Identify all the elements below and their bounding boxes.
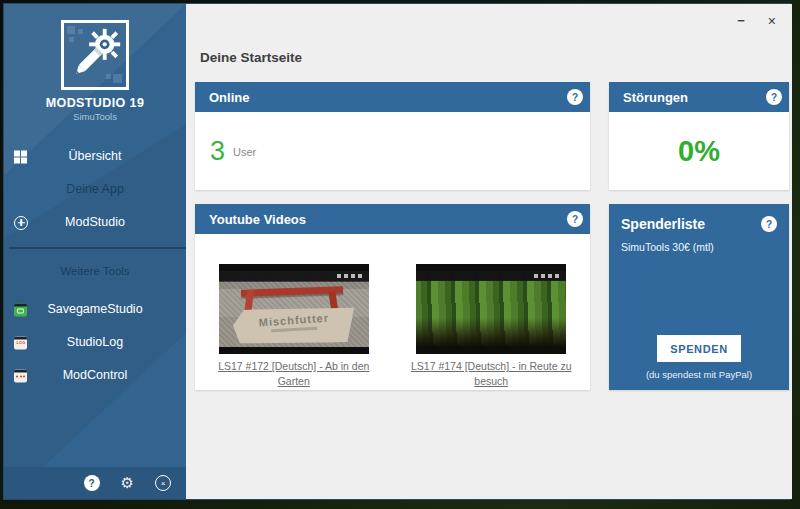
sidebar-item-label: StudioLog <box>4 326 186 359</box>
video-item: LS17 #174 [Deutsch] - in Reute zu besuch <box>393 264 591 390</box>
sidebar-item-label: Übersicht <box>4 140 186 173</box>
help-icon[interactable]: ? <box>766 89 782 105</box>
video-link[interactable]: LS17 #172 [Deutsch] - Ab in den Garten <box>208 359 380 388</box>
mod-control-icon <box>14 369 27 382</box>
online-user-count: 3 <box>210 138 225 165</box>
card-title: Online <box>209 90 249 105</box>
page-title: Deine Startseite <box>200 50 792 65</box>
help-icon[interactable]: ? <box>761 216 777 232</box>
sidebar-item-label: SavegameStudio <box>4 293 186 326</box>
close-circle-icon[interactable]: × <box>155 475 171 491</box>
video-link[interactable]: LS17 #174 [Deutsch] - in Reute zu besuch <box>405 359 577 388</box>
donor-entry: SimuTools 30€ (mtl) <box>621 241 777 253</box>
video-item: Mischfutter LS17 #172 [Deutsch] - Ab in … <box>195 264 393 390</box>
sidebar-item-label: ModControl <box>4 359 186 392</box>
thumbnail-image: Mischfutter <box>219 271 369 347</box>
paypal-note: (du spendest mit PayPal) <box>621 369 777 380</box>
stoerungen-card: Störungen ? 0% <box>609 82 789 190</box>
sidebar-nav: Übersicht Deine App ModStudio Weitere To… <box>4 140 186 392</box>
sign-subtext-decoration <box>271 327 317 332</box>
gear-pencil-logo-icon <box>61 20 129 90</box>
online-card-body: 3 User <box>195 112 590 190</box>
sidebar-item-label: Deine App <box>4 173 186 206</box>
sidebar-item-uebersicht[interactable]: Übersicht <box>4 140 186 173</box>
savegame-studio-icon <box>14 303 27 316</box>
app-logo: MODSTUDIO 19 SimuTools <box>4 4 186 122</box>
sidebar-item-modcontrol[interactable]: ModControl <box>4 359 186 392</box>
thumbnail-hud-bar <box>219 271 369 281</box>
card-title: Störungen <box>623 90 688 105</box>
youtube-card-body: Mischfutter LS17 #172 [Deutsch] - Ab in … <box>195 234 590 390</box>
sidebar-footer-bar: ? ⚙ × <box>4 467 186 499</box>
help-icon[interactable]: ? <box>84 475 100 491</box>
card-title: Spenderliste <box>621 216 705 232</box>
cards-row-top: Online ? 3 User Störungen ? <box>195 82 789 190</box>
cards-row-bottom: Youtube Videos ? <box>195 204 789 390</box>
logo-subtitle: SimuTools <box>73 111 117 122</box>
logo-title: MODSTUDIO 19 <box>46 96 145 110</box>
youtube-card-header: Youtube Videos ? <box>195 204 590 234</box>
thumbnail-hud-marks <box>534 274 562 278</box>
sidebar-tools: SavegameStudio LOG StudioLog ModControl <box>4 293 186 392</box>
help-icon[interactable]: ? <box>567 89 583 105</box>
youtube-videos-card: Youtube Videos ? <box>195 204 590 390</box>
close-button[interactable]: × <box>768 14 776 28</box>
stoerungen-card-body: 0% <box>609 112 789 190</box>
sidebar-item-label: ModStudio <box>4 206 186 239</box>
main-content: − × Deine Startseite Online ? 3 User <box>186 4 792 499</box>
minimize-button[interactable]: − <box>737 14 745 28</box>
thumbnail-hud-bar <box>416 271 566 281</box>
sidebar-divider <box>9 247 186 249</box>
online-user-label: User <box>233 146 256 158</box>
grid-icon <box>14 150 27 163</box>
app-window: MODSTUDIO 19 SimuTools Übersicht Deine A… <box>3 3 791 500</box>
thumbnail-hud-marks <box>337 274 365 278</box>
spenderliste-card-header: Spenderliste ? <box>621 216 777 232</box>
sidebar-item-deine-app: Deine App <box>4 173 186 206</box>
stoerungen-percentage: 0% <box>678 135 720 168</box>
online-card: Online ? 3 User <box>195 82 590 190</box>
sidebar-section-label: Weitere Tools <box>4 257 186 285</box>
sidebar-item-modstudio[interactable]: ModStudio <box>4 206 186 239</box>
spenden-button[interactable]: SPENDEN <box>657 335 741 362</box>
thumbnail-image <box>416 271 566 347</box>
sign-decoration: Mischfutter <box>232 304 356 348</box>
window-controls: − × <box>737 14 776 28</box>
gear-pencil-icon <box>64 23 126 87</box>
sidebar-item-savegamestudio[interactable]: SavegameStudio <box>4 293 186 326</box>
online-card-header: Online ? <box>195 82 590 112</box>
spenderliste-card: Spenderliste ? SimuTools 30€ (mtl) SPEND… <box>609 204 789 390</box>
red-frame-decoration <box>241 286 343 297</box>
studio-log-icon: LOG <box>14 336 27 349</box>
sign-text: Mischfutter <box>258 312 329 329</box>
help-icon[interactable]: ? <box>567 211 583 227</box>
sidebar-item-studiolog[interactable]: LOG StudioLog <box>4 326 186 359</box>
video-thumbnail-plants[interactable] <box>416 264 566 354</box>
gear-icon[interactable]: ⚙ <box>121 476 134 491</box>
video-thumbnail-mischfutter[interactable]: Mischfutter <box>219 264 369 354</box>
card-title: Youtube Videos <box>209 212 306 227</box>
sidebar: MODSTUDIO 19 SimuTools Übersicht Deine A… <box>4 4 186 499</box>
circle-plus-icon <box>14 216 28 230</box>
stoerungen-card-header: Störungen ? <box>609 82 789 112</box>
